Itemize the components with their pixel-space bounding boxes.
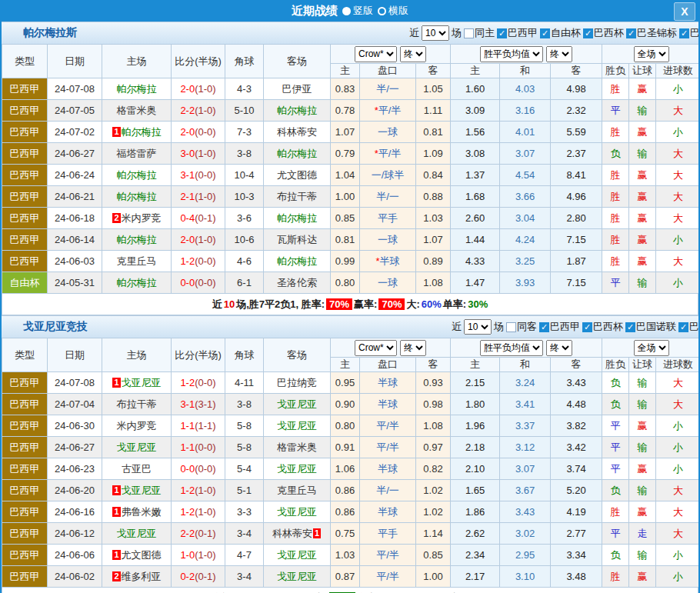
- euro-draw-odds-cell: 4.03: [500, 78, 551, 100]
- goals-result-cell: 大: [656, 100, 700, 122]
- euro-home-odds-cell: 1.68: [451, 186, 500, 208]
- handicap-result-cell: 输: [629, 480, 656, 501]
- goals-result-cell: 大: [656, 480, 700, 501]
- layout-horizontal-option[interactable]: 横版: [378, 4, 408, 18]
- handicap-result-cell-label: 赢: [638, 506, 648, 518]
- euro-draw-odds-cell: 2.95: [500, 545, 551, 566]
- red-card-badge: 2: [112, 571, 120, 581]
- handicap-result-cell-label: 赢: [638, 255, 648, 267]
- handicap-result-cell: 输: [629, 100, 656, 122]
- match-row: 巴西甲24-07-05格雷米奥2-2(1-0)5-10帕尔梅拉0.78*平/半1…: [2, 100, 700, 122]
- red-card-badge: 1: [112, 485, 120, 495]
- team-label: 戈亚尼亚: [277, 549, 317, 561]
- asian-line-cell: *平/半: [360, 100, 416, 122]
- score-cell: 2-2(1-0): [172, 100, 225, 122]
- score-halftime: (1-0): [195, 191, 215, 202]
- team-label: 古亚巴: [122, 463, 152, 475]
- result-cell-label: 平: [611, 441, 621, 453]
- final-select[interactable]: 终: [400, 340, 426, 356]
- filter-league[interactable]: ✓自由杯: [540, 26, 581, 40]
- euro-home-odds-cell: 2.15: [451, 372, 500, 394]
- euro-away-odds-cell: 3.48: [551, 566, 602, 588]
- filter-league[interactable]: ✓巴西乙: [678, 320, 700, 334]
- team-label: 巴伊亚: [282, 83, 312, 95]
- window-title: 近期战绩: [292, 4, 338, 18]
- checkbox-icon: ✓: [582, 322, 592, 332]
- goals-result-cell: 大: [656, 523, 700, 545]
- league-type-cell: 巴西甲: [2, 394, 48, 415]
- col-euro-draw: 和: [500, 358, 551, 372]
- match-count-select[interactable]: 10: [464, 319, 492, 335]
- filter-league[interactable]: ✓巴西甲: [539, 320, 580, 334]
- corner-cell: 3-6: [225, 208, 264, 229]
- team-label: 戈亚尼亚: [277, 571, 317, 582]
- filter-league[interactable]: ✓巴超杯: [679, 26, 700, 40]
- filter-league[interactable]: ✓巴西杯: [582, 320, 623, 334]
- team-label: 米内罗竞: [122, 212, 162, 224]
- result-cell: 平: [602, 437, 629, 458]
- away-team-cell: 戈亚尼亚: [264, 501, 331, 523]
- euro-away-odds-cell: 4.96: [551, 186, 602, 208]
- result-cell: 负: [602, 545, 629, 566]
- team-label: 尤文图德: [122, 549, 162, 561]
- goals-result-cell: 小: [656, 566, 700, 588]
- score-fulltime: 2-0: [180, 234, 195, 245]
- home-team-cell: 1戈亚尼亚: [102, 480, 172, 501]
- goals-result-cell-label: 大: [673, 398, 683, 410]
- scope-select[interactable]: 全场: [634, 46, 669, 62]
- filter-league[interactable]: ✓巴西甲: [497, 26, 538, 40]
- col-home: 主场: [102, 45, 172, 78]
- checkbox-icon: [506, 322, 516, 332]
- match-row: 巴西甲24-06-14帕尔梅拉2-0(1-0)10-6瓦斯科达0.81一球1.0…: [2, 229, 700, 251]
- euro-draw-odds-cell: 3.41: [500, 394, 551, 415]
- score-halftime: (0-0): [195, 126, 215, 138]
- final-select[interactable]: 终: [400, 46, 426, 62]
- scope-select[interactable]: 全场: [634, 340, 669, 356]
- corner-cell: 4-11: [225, 372, 264, 394]
- close-button[interactable]: X: [674, 2, 695, 21]
- matches-table: 类型 日期 主场 比分(半场) 角球 客场 Crow*终 胜平负均值终 全场: [2, 44, 700, 294]
- league-type-cell: 自由杯: [2, 272, 48, 294]
- team-label: 帕尔梅拉: [117, 191, 157, 202]
- layout-vertical-option[interactable]: 竖版: [342, 4, 373, 18]
- avg-select[interactable]: 胜平负均值: [480, 46, 543, 62]
- result-cell: 负: [602, 394, 629, 415]
- goals-result-cell-label: 小: [673, 571, 683, 582]
- filter-league[interactable]: ✓巴西杯: [583, 26, 624, 40]
- result-cell-label: 平: [611, 528, 621, 539]
- bookmaker-select[interactable]: Crow*: [355, 340, 397, 356]
- filter-label: 巴西甲: [550, 320, 580, 334]
- final-select-2[interactable]: 终: [546, 46, 572, 62]
- line-label: 平/半: [378, 105, 402, 116]
- filter-league[interactable]: ✓巴圣锦标: [626, 26, 677, 40]
- corner-cell: 3-8: [225, 143, 264, 165]
- score-cell: 0-0(0-0): [172, 458, 225, 480]
- filter-league[interactable]: ✓巴国诺联: [625, 320, 676, 334]
- date-cell: 24-07-04: [48, 394, 102, 415]
- league-type-cell: 巴西甲: [2, 165, 48, 186]
- corner-cell: 4-6: [225, 251, 264, 272]
- avg-select[interactable]: 胜平负均值: [480, 340, 543, 356]
- euro-home-odds-cell: 1.86: [451, 501, 500, 523]
- euro-away-odds-cell: 2.80: [551, 208, 602, 229]
- score-cell: 1-2(0-0): [172, 251, 225, 272]
- scope-header: 全场: [602, 45, 700, 64]
- filter-label: 巴西杯: [594, 26, 624, 40]
- bookmaker-select[interactable]: Crow*: [355, 46, 397, 62]
- corner-cell: 5-10: [225, 100, 264, 122]
- euro-home-odds-cell: 1.96: [451, 415, 500, 437]
- final-select-2[interactable]: 终: [546, 340, 572, 356]
- filter-label: 巴西乙: [689, 320, 700, 334]
- col-score: 比分(半场): [172, 338, 225, 372]
- filter-same-venue[interactable]: 同主: [464, 26, 495, 40]
- euro-home-odds-cell: 2.10: [451, 458, 500, 480]
- match-count-select[interactable]: 10: [422, 25, 449, 41]
- team-label: 格雷米奥: [277, 441, 317, 453]
- match-row: 巴西甲24-06-12戈亚尼亚2-2(0-1)3-4科林蒂安10.75平手1.1…: [2, 523, 700, 545]
- filter-same-venue[interactable]: 同客: [506, 320, 537, 334]
- col-type: 类型: [2, 45, 48, 78]
- date-cell: 24-06-27: [48, 143, 102, 165]
- corner-cell: 5-8: [225, 415, 264, 437]
- match-row: 巴西甲24-06-23古亚巴0-0(0-0)5-4戈亚尼亚1.06半球0.822…: [2, 458, 700, 480]
- red-card-badge: 1: [112, 507, 120, 517]
